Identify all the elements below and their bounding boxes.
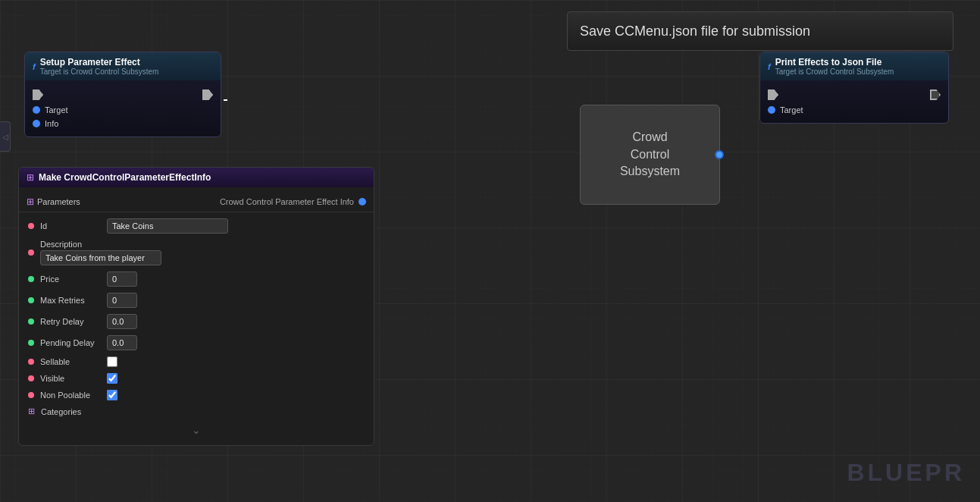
non-poolable-label: Non Poolable — [40, 391, 101, 400]
price-input[interactable] — [107, 271, 137, 287]
print-target-label: Target — [780, 105, 803, 115]
node-print-subtitle: Target is Crowd Control Subsystem — [775, 67, 894, 76]
function-icon-print: f — [768, 62, 771, 71]
make-grid-icon: ⊞ — [27, 172, 34, 183]
pending-delay-field-row: Pending Delay — [19, 332, 374, 353]
exec-pins-row — [25, 86, 221, 103]
categories-grid-icon: ⊞ — [28, 406, 35, 416]
description-label: Description — [40, 240, 161, 249]
output-label-group: Crowd Control Parameter Effect Info — [220, 197, 366, 206]
price-pin — [28, 276, 34, 282]
sellable-checkbox[interactable] — [107, 356, 117, 367]
params-label: Parameters — [37, 197, 80, 206]
id-field-row: Id — [19, 215, 374, 237]
node-print-header: f Print Effects to Json File Target is C… — [760, 52, 948, 80]
info-pin-row: Info — [25, 117, 221, 130]
output-label: Crowd Control Parameter Effect Info — [220, 197, 354, 206]
save-banner: Save CCMenu.json file for submission — [567, 11, 953, 51]
target-label: Target — [45, 105, 68, 115]
visible-label: Visible — [40, 374, 101, 383]
retry-delay-field-row: Retry Delay — [19, 311, 374, 332]
max-retries-label: Max Retries — [40, 296, 101, 305]
pending-delay-input[interactable] — [107, 335, 137, 350]
id-input[interactable] — [107, 218, 228, 234]
info-pin — [33, 120, 40, 127]
node-print-effects: f Print Effects to Json File Target is C… — [759, 52, 949, 124]
retry-delay-pin — [28, 318, 34, 325]
print-exec-in-pin — [768, 89, 778, 100]
print-target-pin-row: Target — [760, 103, 948, 117]
params-grid-icon: ⊞ — [27, 196, 34, 207]
node-make-title: Make CrowdControlParameterEffectInfo — [39, 172, 211, 183]
sellable-field-row: Sellable — [19, 353, 374, 370]
chevron-down-icon: ⌄ — [192, 424, 201, 436]
node-setup-title: Setup Parameter Effect — [40, 57, 159, 67]
node-make-body: ⊞ Parameters Crowd Control Parameter Eff… — [19, 187, 374, 445]
max-retries-field-row: Max Retries — [19, 290, 374, 311]
node-print-title: Print Effects to Json File — [775, 57, 894, 67]
visible-checkbox[interactable] — [107, 373, 117, 384]
target-pin — [33, 106, 40, 114]
max-retries-pin — [28, 297, 34, 303]
left-handle[interactable]: ◁ — [0, 121, 11, 152]
non-poolable-checkbox[interactable] — [107, 390, 117, 400]
watermark: BLUEPR — [847, 459, 965, 487]
node-print-body: Target — [760, 80, 948, 123]
price-label: Price — [40, 275, 101, 284]
id-label: Id — [40, 221, 101, 231]
node-setup-body: Target Info — [25, 80, 221, 136]
id-pin — [28, 223, 34, 229]
exec-in-pin — [33, 89, 43, 100]
node-make-crowd-control: ⊞ Make CrowdControlParameterEffectInfo ⊞… — [18, 167, 374, 446]
node-make-header: ⊞ Make CrowdControlParameterEffectInfo — [19, 168, 374, 187]
description-pin — [28, 249, 34, 256]
description-input[interactable] — [40, 250, 161, 265]
scroll-indicator[interactable]: ⌄ — [19, 419, 374, 439]
divider-1 — [19, 212, 374, 212]
params-output-row: ⊞ Parameters Crowd Control Parameter Eff… — [19, 193, 374, 209]
price-field-row: Price — [19, 268, 374, 290]
node-setup-header: f Setup Parameter Effect Target is Crowd… — [25, 52, 221, 80]
print-exec-out-pin — [930, 89, 941, 100]
pending-delay-pin — [28, 340, 34, 346]
output-pin — [358, 198, 366, 206]
function-icon: f — [33, 62, 36, 71]
description-field-row: Description — [19, 237, 374, 268]
save-banner-text: Save CCMenu.json file for submission — [580, 24, 810, 39]
crowd-control-text: Crowd Control Subsystem — [614, 129, 686, 180]
print-exec-pins-row — [760, 86, 948, 103]
non-poolable-pin — [28, 392, 34, 398]
print-target-pin — [768, 106, 775, 114]
sellable-pin — [28, 359, 34, 365]
node-setup-parameter-effect: f Setup Parameter Effect Target is Crowd… — [24, 52, 221, 137]
visible-pin — [28, 375, 34, 381]
node-setup-subtitle: Target is Crowd Control Subsystem — [40, 67, 159, 76]
crowd-output-pin — [715, 150, 724, 159]
sellable-label: Sellable — [40, 357, 101, 366]
params-label-group: ⊞ Parameters — [27, 196, 80, 207]
non-poolable-field-row: Non Poolable — [19, 387, 374, 403]
node-crowd-control-subsystem: Crowd Control Subsystem — [580, 105, 720, 205]
max-retries-input[interactable] — [107, 293, 137, 308]
pending-delay-label: Pending Delay — [40, 338, 101, 347]
visible-field-row: Visible — [19, 370, 374, 387]
categories-field-row: ⊞ Categories — [19, 403, 374, 419]
retry-delay-label: Retry Delay — [40, 317, 101, 326]
retry-delay-input[interactable] — [107, 314, 137, 329]
target-pin-row: Target — [25, 103, 221, 117]
info-label: Info — [45, 119, 58, 128]
exec-out-pin — [202, 89, 213, 100]
categories-label: Categories — [41, 407, 102, 416]
